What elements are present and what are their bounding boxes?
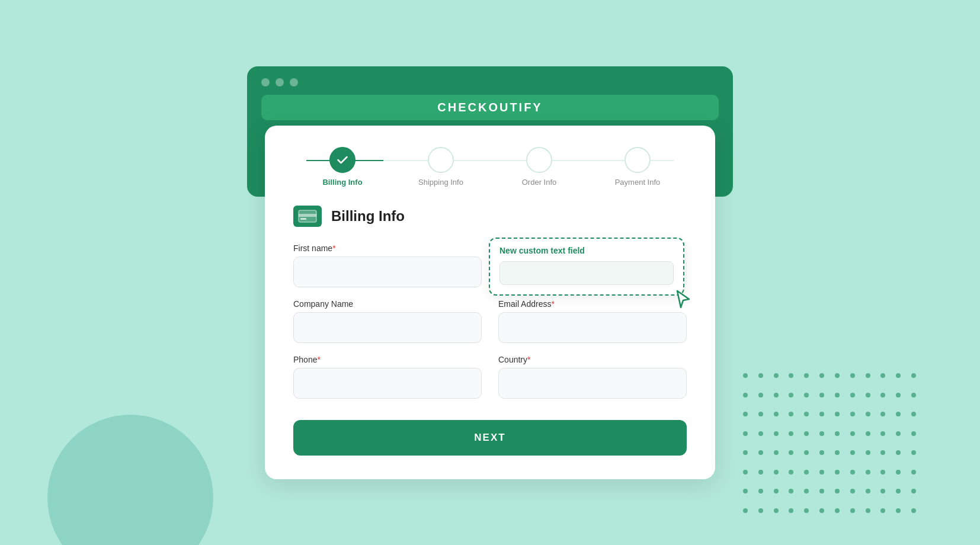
first-name-input[interactable]: [293, 257, 482, 287]
step-circle-shipping: [428, 147, 454, 173]
step-payment[interactable]: Payment Info: [588, 147, 687, 187]
email-address-label: Email Address*: [498, 299, 687, 309]
custom-field-input-preview: [499, 261, 674, 285]
email-address-group: Email Address*: [498, 299, 687, 343]
checkout-stepper: Billing Info Shipping Info Order Info Pa…: [293, 147, 687, 187]
company-name-label: Company Name: [293, 299, 482, 309]
custom-field-label: New custom text field: [499, 246, 674, 255]
form-title: Billing Info: [331, 208, 405, 225]
step-order[interactable]: Order Info: [490, 147, 588, 187]
app-container: CHECKOUTIFY Billing Info Shipping Info: [247, 66, 733, 479]
step-label-billing: Billing Info: [322, 178, 362, 187]
custom-field-overlay: New custom text field: [489, 238, 684, 296]
phone-label: Phone*: [293, 355, 482, 364]
cursor-icon: [672, 287, 696, 313]
country-label: Country*: [498, 355, 687, 364]
email-address-input[interactable]: [498, 312, 687, 343]
step-circle-payment: [624, 147, 651, 173]
bg-circle-decoration: [47, 415, 213, 545]
phone-input[interactable]: [293, 368, 482, 399]
next-button[interactable]: NEXT: [293, 420, 687, 456]
checkmark-icon: [337, 156, 348, 164]
dot-pattern-decoration: [743, 373, 921, 521]
country-group: Country*: [498, 355, 687, 399]
company-name-group: Company Name: [293, 299, 482, 343]
step-circle-order: [526, 147, 552, 173]
step-label-order: Order Info: [522, 178, 557, 187]
window-dot-2: [276, 78, 284, 86]
step-shipping[interactable]: Shipping Info: [392, 147, 490, 187]
step-circle-billing: [329, 147, 356, 173]
step-billing[interactable]: Billing Info: [293, 147, 392, 187]
checkout-card: Billing Info Shipping Info Order Info Pa…: [265, 126, 715, 479]
step-label-payment: Payment Info: [615, 178, 661, 187]
phone-group: Phone*: [293, 355, 482, 399]
window-dot-3: [290, 78, 298, 86]
svg-rect-1: [299, 214, 316, 217]
svg-rect-2: [300, 218, 306, 220]
first-name-group: First name*: [293, 243, 482, 287]
step-label-shipping: Shipping Info: [418, 178, 463, 187]
form-header: Billing Info: [293, 206, 687, 227]
company-name-input[interactable]: [293, 312, 482, 343]
window-controls: [261, 78, 719, 86]
app-title: CHECKOUTIFY: [261, 95, 719, 120]
first-name-label: First name*: [293, 243, 482, 253]
country-input[interactable]: [498, 368, 687, 399]
window-dot-1: [261, 78, 270, 86]
billing-card-icon: [293, 206, 322, 227]
